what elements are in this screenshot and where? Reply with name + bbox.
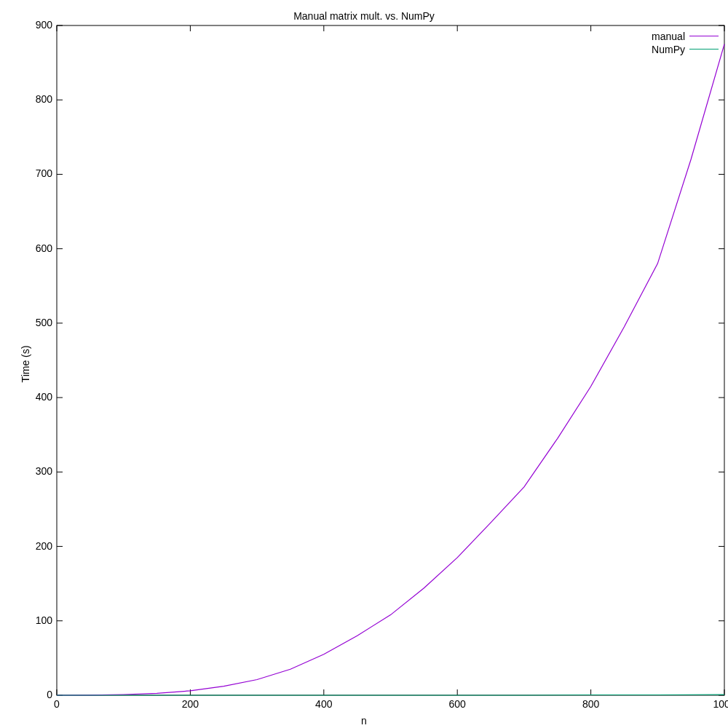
y-tick-label: 100 xyxy=(17,614,52,626)
chart-container: Manual matrix mult. vs. NumPy Time (s) n… xyxy=(0,0,728,728)
y-tick-label: 900 xyxy=(17,19,52,31)
y-tick-label: 700 xyxy=(17,167,52,179)
legend-entry: NumPy xyxy=(652,43,719,55)
y-tick-label: 600 xyxy=(17,242,52,254)
plot-svg xyxy=(0,0,728,728)
x-tick-label: 400 xyxy=(315,698,332,710)
legend-swatch xyxy=(689,49,719,50)
svg-rect-0 xyxy=(57,25,724,695)
y-tick-label: 300 xyxy=(17,465,52,477)
legend: manualNumPy xyxy=(652,30,719,55)
y-tick-label: 800 xyxy=(17,93,52,105)
x-tick-label: 1000 xyxy=(713,698,728,710)
y-tick-label: 0 xyxy=(17,689,52,700)
y-tick-label: 200 xyxy=(17,540,52,552)
x-tick-label: 0 xyxy=(54,698,60,710)
y-tick-label: 400 xyxy=(17,391,52,403)
x-tick-label: 200 xyxy=(182,698,199,710)
y-tick-label: 500 xyxy=(17,317,52,328)
series-manual xyxy=(57,44,724,695)
legend-entry: manual xyxy=(652,30,719,42)
legend-label: NumPy xyxy=(652,44,685,55)
x-tick-label: 600 xyxy=(449,698,466,710)
x-tick-label: 800 xyxy=(582,698,599,710)
legend-swatch xyxy=(689,36,719,36)
legend-label: manual xyxy=(652,31,685,42)
series-NumPy xyxy=(57,695,724,695)
